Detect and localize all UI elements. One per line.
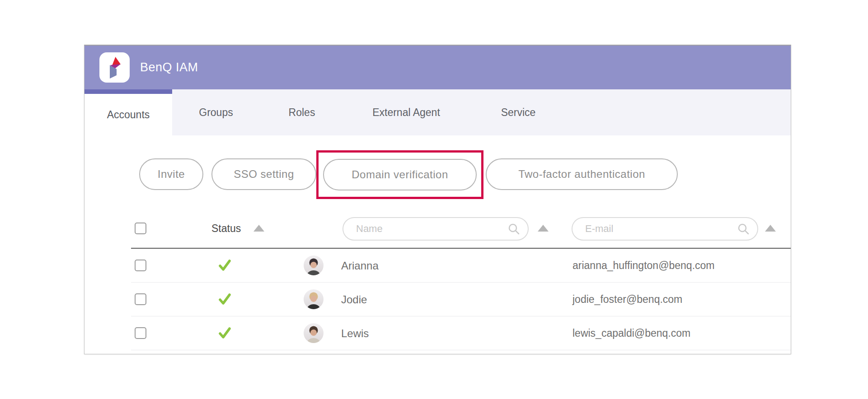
sso-setting-button[interactable]: SSO setting (211, 158, 316, 190)
verified-check-icon (217, 259, 232, 272)
avatar (304, 323, 324, 343)
avatar (304, 255, 324, 275)
account-name: Lewis (341, 316, 369, 350)
email-search-field (572, 217, 758, 241)
table-row: Jodie jodie_foster@benq.com (84, 283, 791, 316)
table-body: Arianna arianna_huffington@benq.com Jodi… (84, 249, 791, 350)
app-title: BenQ IAM (140, 46, 198, 89)
account-email: lewis_capaldi@benq.com (572, 316, 690, 350)
account-email: arianna_huffington@benq.com (572, 249, 715, 283)
name-search-input[interactable] (355, 223, 508, 235)
table-header: Status (84, 199, 791, 249)
domain-verification-button[interactable]: Domain verification (323, 159, 477, 190)
benq-iam-logo-icon (99, 52, 130, 83)
account-name: Arianna (341, 249, 379, 283)
app-header: BenQ IAM (84, 46, 791, 89)
verified-check-icon (217, 292, 232, 306)
status-column-header: Status (211, 223, 241, 235)
tab-external-agent[interactable]: External Agent (344, 89, 469, 135)
domain-verification-highlight-box: Domain verification (316, 150, 483, 199)
email-sort-icon[interactable] (765, 225, 776, 232)
account-name: Jodie (341, 283, 367, 316)
account-email: jodie_foster@benq.com (572, 283, 682, 316)
actions-row: Invite SSO setting Domain verification T… (84, 135, 791, 199)
search-icon (737, 223, 749, 235)
two-factor-authentication-button[interactable]: Two-factor authentication (486, 158, 678, 190)
row-checkbox[interactable] (135, 327, 146, 339)
tab-accounts[interactable]: Accounts (84, 89, 172, 135)
invite-button[interactable]: Invite (139, 158, 203, 190)
avatar (304, 289, 324, 309)
tab-bar: Accounts Groups Roles External Agent Ser… (84, 89, 791, 135)
search-icon (508, 223, 520, 235)
benq-iam-window: BenQ IAM Accounts Groups Roles External … (84, 45, 791, 354)
name-sort-icon[interactable] (538, 225, 549, 232)
tab-service[interactable]: Service (469, 89, 568, 135)
row-checkbox[interactable] (135, 260, 146, 271)
status-sort-icon[interactable] (253, 225, 264, 232)
table-row: Lewis lewis_capaldi@benq.com (84, 316, 791, 350)
row-checkbox[interactable] (135, 293, 146, 305)
select-all-checkbox[interactable] (135, 223, 146, 234)
table-row: Arianna arianna_huffington@benq.com (84, 249, 791, 283)
tab-groups[interactable]: Groups (172, 89, 260, 135)
verified-check-icon (217, 326, 232, 340)
logo-mark (107, 57, 123, 79)
name-search-field (343, 217, 529, 241)
tab-roles[interactable]: Roles (260, 89, 344, 135)
email-search-input[interactable] (584, 223, 737, 235)
